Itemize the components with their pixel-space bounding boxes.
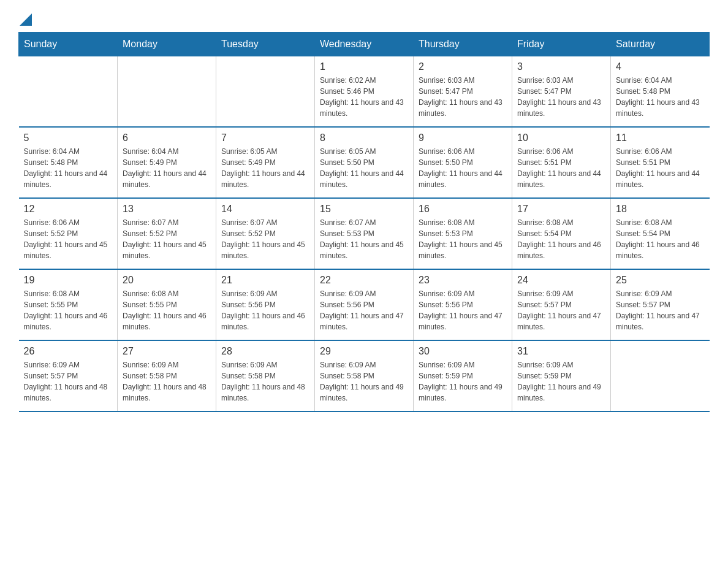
calendar-cell: 5Sunrise: 6:04 AM Sunset: 5:48 PM Daylig… (19, 127, 118, 198)
calendar-week-row: 26Sunrise: 6:09 AM Sunset: 5:57 PM Dayli… (19, 340, 710, 412)
day-number: 5 (24, 132, 113, 144)
day-number: 26 (24, 346, 113, 357)
calendar-table: SundayMondayTuesdayWednesdayThursdayFrid… (18, 32, 710, 412)
calendar-cell: 4Sunrise: 6:04 AM Sunset: 5:48 PM Daylig… (611, 56, 710, 128)
day-number: 28 (221, 346, 309, 357)
day-info: Sunrise: 6:09 AM Sunset: 5:56 PM Dayligh… (419, 288, 507, 332)
day-info: Sunrise: 6:09 AM Sunset: 5:58 PM Dayligh… (320, 359, 408, 404)
calendar-week-row: 12Sunrise: 6:06 AM Sunset: 5:52 PM Dayli… (19, 198, 710, 269)
day-number: 6 (123, 132, 211, 144)
day-info: Sunrise: 6:08 AM Sunset: 5:55 PM Dayligh… (123, 288, 211, 332)
day-number: 7 (221, 132, 309, 144)
day-number: 1 (320, 61, 408, 72)
day-info: Sunrise: 6:07 AM Sunset: 5:53 PM Dayligh… (320, 217, 408, 261)
day-info: Sunrise: 6:07 AM Sunset: 5:52 PM Dayligh… (221, 217, 309, 261)
calendar-cell: 20Sunrise: 6:08 AM Sunset: 5:55 PM Dayli… (118, 269, 216, 340)
calendar-cell: 30Sunrise: 6:09 AM Sunset: 5:59 PM Dayli… (414, 340, 512, 412)
day-info: Sunrise: 6:05 AM Sunset: 5:49 PM Dayligh… (221, 146, 309, 190)
svg-marker-0 (20, 13, 32, 26)
day-number: 4 (616, 61, 705, 72)
calendar-cell: 19Sunrise: 6:08 AM Sunset: 5:55 PM Dayli… (19, 269, 118, 340)
day-number: 31 (517, 346, 605, 357)
day-number: 15 (320, 204, 408, 215)
calendar-cell: 6Sunrise: 6:04 AM Sunset: 5:49 PM Daylig… (118, 127, 216, 198)
weekday-header-wednesday: Wednesday (315, 33, 414, 56)
calendar-cell: 16Sunrise: 6:08 AM Sunset: 5:53 PM Dayli… (414, 198, 512, 269)
day-number: 27 (123, 346, 211, 357)
day-number: 9 (419, 132, 507, 144)
calendar-cell: 11Sunrise: 6:06 AM Sunset: 5:51 PM Dayli… (611, 127, 710, 198)
calendar-cell (216, 56, 315, 128)
day-number: 22 (320, 275, 408, 286)
day-info: Sunrise: 6:09 AM Sunset: 5:57 PM Dayligh… (24, 359, 113, 404)
day-number: 19 (24, 275, 113, 286)
day-info: Sunrise: 6:09 AM Sunset: 5:56 PM Dayligh… (221, 288, 309, 332)
day-info: Sunrise: 6:08 AM Sunset: 5:53 PM Dayligh… (419, 217, 507, 261)
calendar-cell: 2Sunrise: 6:03 AM Sunset: 5:47 PM Daylig… (414, 56, 512, 128)
calendar-cell (118, 56, 216, 128)
calendar-week-row: 5Sunrise: 6:04 AM Sunset: 5:48 PM Daylig… (19, 127, 710, 198)
day-number: 12 (24, 204, 113, 215)
day-number: 10 (517, 132, 605, 144)
calendar-cell: 7Sunrise: 6:05 AM Sunset: 5:49 PM Daylig… (216, 127, 315, 198)
weekday-header-sunday: Sunday (19, 33, 118, 56)
calendar-cell: 1Sunrise: 6:02 AM Sunset: 5:46 PM Daylig… (315, 56, 414, 128)
day-number: 21 (221, 275, 309, 286)
calendar-cell: 25Sunrise: 6:09 AM Sunset: 5:57 PM Dayli… (611, 269, 710, 340)
day-number: 29 (320, 346, 408, 357)
day-info: Sunrise: 6:09 AM Sunset: 5:59 PM Dayligh… (517, 359, 605, 404)
calendar-cell: 31Sunrise: 6:09 AM Sunset: 5:59 PM Dayli… (512, 340, 611, 412)
day-info: Sunrise: 6:06 AM Sunset: 5:52 PM Dayligh… (24, 217, 113, 261)
day-number: 2 (419, 61, 507, 72)
day-info: Sunrise: 6:06 AM Sunset: 5:51 PM Dayligh… (616, 146, 705, 190)
day-info: Sunrise: 6:04 AM Sunset: 5:48 PM Dayligh… (24, 146, 113, 190)
calendar-cell (611, 340, 710, 412)
day-number: 8 (320, 132, 408, 144)
day-number: 18 (616, 204, 705, 215)
day-number: 16 (419, 204, 507, 215)
weekday-header-tuesday: Tuesday (216, 33, 315, 56)
calendar-cell: 26Sunrise: 6:09 AM Sunset: 5:57 PM Dayli… (19, 340, 118, 412)
day-info: Sunrise: 6:09 AM Sunset: 5:57 PM Dayligh… (517, 288, 605, 332)
day-info: Sunrise: 6:04 AM Sunset: 5:48 PM Dayligh… (616, 75, 705, 119)
calendar-cell: 29Sunrise: 6:09 AM Sunset: 5:58 PM Dayli… (315, 340, 414, 412)
day-info: Sunrise: 6:08 AM Sunset: 5:54 PM Dayligh… (616, 217, 705, 261)
calendar-cell (19, 56, 118, 128)
calendar-cell: 24Sunrise: 6:09 AM Sunset: 5:57 PM Dayli… (512, 269, 611, 340)
day-number: 11 (616, 132, 705, 144)
calendar-cell: 21Sunrise: 6:09 AM Sunset: 5:56 PM Dayli… (216, 269, 315, 340)
calendar-cell: 13Sunrise: 6:07 AM Sunset: 5:52 PM Dayli… (118, 198, 216, 269)
day-number: 24 (517, 275, 605, 286)
day-number: 3 (517, 61, 605, 72)
day-info: Sunrise: 6:09 AM Sunset: 5:57 PM Dayligh… (616, 288, 705, 332)
day-info: Sunrise: 6:09 AM Sunset: 5:59 PM Dayligh… (419, 359, 507, 404)
calendar-cell: 22Sunrise: 6:09 AM Sunset: 5:56 PM Dayli… (315, 269, 414, 340)
day-info: Sunrise: 6:03 AM Sunset: 5:47 PM Dayligh… (419, 75, 507, 119)
calendar-cell: 8Sunrise: 6:05 AM Sunset: 5:50 PM Daylig… (315, 127, 414, 198)
calendar-week-row: 19Sunrise: 6:08 AM Sunset: 5:55 PM Dayli… (19, 269, 710, 340)
day-number: 13 (123, 204, 211, 215)
day-number: 25 (616, 275, 705, 286)
day-info: Sunrise: 6:02 AM Sunset: 5:46 PM Dayligh… (320, 75, 408, 119)
page-header (18, 12, 710, 26)
day-info: Sunrise: 6:03 AM Sunset: 5:47 PM Dayligh… (517, 75, 605, 119)
calendar-cell: 10Sunrise: 6:06 AM Sunset: 5:51 PM Dayli… (512, 127, 611, 198)
calendar-cell: 27Sunrise: 6:09 AM Sunset: 5:58 PM Dayli… (118, 340, 216, 412)
calendar-cell: 12Sunrise: 6:06 AM Sunset: 5:52 PM Dayli… (19, 198, 118, 269)
day-info: Sunrise: 6:09 AM Sunset: 5:58 PM Dayligh… (123, 359, 211, 404)
day-info: Sunrise: 6:09 AM Sunset: 5:58 PM Dayligh… (221, 359, 309, 404)
day-number: 20 (123, 275, 211, 286)
calendar-cell: 3Sunrise: 6:03 AM Sunset: 5:47 PM Daylig… (512, 56, 611, 128)
calendar-week-row: 1Sunrise: 6:02 AM Sunset: 5:46 PM Daylig… (19, 56, 710, 128)
day-number: 17 (517, 204, 605, 215)
day-info: Sunrise: 6:08 AM Sunset: 5:54 PM Dayligh… (517, 217, 605, 261)
day-info: Sunrise: 6:07 AM Sunset: 5:52 PM Dayligh… (123, 217, 211, 261)
calendar-cell: 14Sunrise: 6:07 AM Sunset: 5:52 PM Dayli… (216, 198, 315, 269)
calendar-cell: 9Sunrise: 6:06 AM Sunset: 5:50 PM Daylig… (414, 127, 512, 198)
calendar-header-row: SundayMondayTuesdayWednesdayThursdayFrid… (19, 33, 710, 56)
day-info: Sunrise: 6:06 AM Sunset: 5:51 PM Dayligh… (517, 146, 605, 190)
day-info: Sunrise: 6:06 AM Sunset: 5:50 PM Dayligh… (419, 146, 507, 190)
day-number: 14 (221, 204, 309, 215)
weekday-header-thursday: Thursday (414, 33, 512, 56)
weekday-header-monday: Monday (118, 33, 216, 56)
